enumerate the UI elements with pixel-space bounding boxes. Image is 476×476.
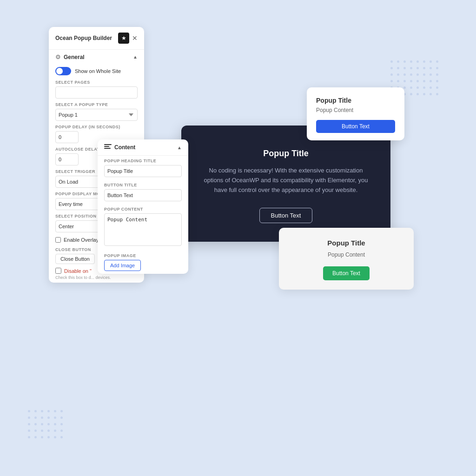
- panel-close-button[interactable]: ✕: [132, 35, 138, 41]
- dot: [28, 410, 30, 412]
- disable-mobile-checkbox[interactable]: [55, 268, 61, 274]
- general-section-header[interactable]: ⚙ General ▲: [49, 50, 144, 64]
- dot: [34, 436, 37, 438]
- popup-delay-label: POPUP DELAY (IN SECONDS): [55, 125, 138, 129]
- content-icon-bar-3: [104, 148, 111, 149]
- dot: [54, 430, 56, 432]
- popup-image-label: POPUP IMAGE: [104, 253, 182, 258]
- star-button[interactable]: ★: [118, 33, 129, 44]
- popup-heading-label: POPUP HEADING TITLE: [104, 159, 182, 163]
- dot: [410, 60, 412, 63]
- enable-overlay-checkbox[interactable]: [55, 237, 61, 243]
- dot: [423, 67, 425, 69]
- dot: [416, 86, 419, 89]
- dot: [390, 60, 393, 63]
- popup-content-textarea[interactable]: Popup Content: [104, 213, 182, 246]
- panel-header: Ocean Popup Builder ★ ✕: [49, 27, 144, 50]
- dot: [47, 430, 50, 432]
- show-whole-site-toggle[interactable]: [55, 67, 71, 75]
- popup-white-top-title: Popup Title: [316, 97, 395, 104]
- dot: [41, 436, 43, 438]
- dot: [397, 67, 399, 69]
- select-pages-label: Select Pages: [55, 80, 138, 85]
- dots-decoration-bottom: [28, 410, 63, 439]
- dot: [60, 423, 63, 425]
- dot: [41, 423, 43, 425]
- popup-content-group: POPUP CONTENT Popup Content: [98, 204, 188, 251]
- dot: [60, 410, 63, 412]
- dot: [416, 67, 419, 69]
- dot: [390, 73, 393, 76]
- dot: [416, 93, 419, 95]
- dot: [403, 86, 406, 89]
- dot: [436, 93, 438, 95]
- panel-title: Ocean Popup Builder: [55, 35, 112, 41]
- dot: [60, 436, 63, 438]
- disable-mobile-label: Disable on ": [64, 268, 92, 274]
- popup-image-group: POPUP IMAGE Add Image: [98, 251, 188, 274]
- dot: [436, 86, 438, 89]
- content-icon-bar-1: [104, 144, 112, 145]
- dot: [436, 73, 438, 76]
- dot: [403, 60, 406, 63]
- content-panel-header: Content ▲: [98, 139, 188, 156]
- popup-dark-content: No coding is necessary! With the extensi…: [200, 166, 372, 195]
- dot: [410, 67, 412, 69]
- dot: [410, 86, 412, 89]
- popup-white-bottom-content: Popup Content: [290, 251, 403, 258]
- dot: [54, 423, 56, 425]
- gear-icon: ⚙: [55, 53, 61, 60]
- dot: [423, 86, 425, 89]
- popup-white-bottom-button[interactable]: Button Text: [323, 266, 370, 280]
- dot: [41, 416, 43, 419]
- popup-dark-button[interactable]: Button Text: [259, 208, 313, 223]
- dot: [410, 80, 412, 82]
- content-icon-bar-2: [104, 146, 109, 147]
- popup-type-select[interactable]: Popup 1 Popup 2: [55, 109, 138, 121]
- popup-type-label: SELECT A POPUP TYPE: [55, 102, 138, 107]
- popup-heading-input[interactable]: [104, 165, 182, 177]
- popup-white-bottom-title: Popup Title: [290, 239, 403, 247]
- dot: [403, 73, 406, 76]
- disable-helper-text: Check this box to d... devices.: [55, 275, 138, 281]
- button-title-input[interactable]: [104, 189, 182, 201]
- show-whole-site-toggle-row: Show on Whole Site: [49, 64, 144, 78]
- dot: [390, 80, 393, 82]
- content-icon: [104, 144, 112, 151]
- select-pages-input[interactable]: [55, 86, 138, 99]
- dot: [430, 80, 432, 82]
- content-section-title: Content: [114, 144, 135, 151]
- close-button-btn[interactable]: Close Button: [55, 254, 95, 264]
- popup-white-top-content: Popup Content: [316, 107, 395, 113]
- dot: [397, 73, 399, 76]
- dot: [403, 67, 406, 69]
- popup-content-label: POPUP CONTENT: [104, 207, 182, 212]
- dot: [47, 436, 50, 438]
- dot: [28, 430, 30, 432]
- dot: [34, 423, 37, 425]
- dot: [47, 410, 50, 412]
- dot: [416, 60, 419, 63]
- autoclose-delay-input[interactable]: [55, 153, 79, 165]
- dot: [423, 73, 425, 76]
- dot: [430, 93, 432, 95]
- dot: [41, 430, 43, 432]
- dot: [60, 416, 63, 419]
- popup-white-top-preview: Popup Title Popup Content Button Text: [307, 87, 404, 140]
- add-image-button[interactable]: Add Image: [104, 260, 141, 271]
- dot: [410, 73, 412, 76]
- dot: [397, 60, 399, 63]
- panel-header-icons: ★ ✕: [118, 33, 138, 44]
- popup-delay-input[interactable]: [55, 131, 79, 143]
- dot: [436, 67, 438, 69]
- popup-white-bottom-preview: Popup Title Popup Content Button Text: [279, 228, 414, 290]
- dot: [430, 73, 432, 76]
- dot: [410, 93, 412, 95]
- dot: [28, 423, 30, 425]
- dot: [28, 416, 30, 419]
- dot: [430, 67, 432, 69]
- dot: [47, 416, 50, 419]
- popup-white-top-button[interactable]: Button Text: [316, 120, 395, 133]
- dot: [54, 410, 56, 412]
- chevron-up-icon: ▲: [133, 54, 138, 60]
